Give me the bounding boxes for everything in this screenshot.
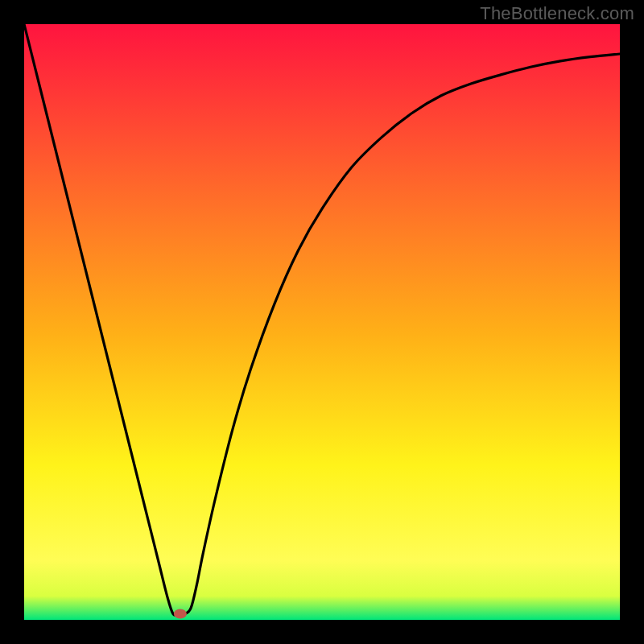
chart-frame: TheBottleneck.com xyxy=(0,0,644,644)
gradient-background xyxy=(24,24,620,620)
plot-area xyxy=(24,24,620,620)
minimum-marker xyxy=(174,609,187,619)
watermark-text: TheBottleneck.com xyxy=(480,3,634,24)
chart-svg xyxy=(24,24,620,620)
